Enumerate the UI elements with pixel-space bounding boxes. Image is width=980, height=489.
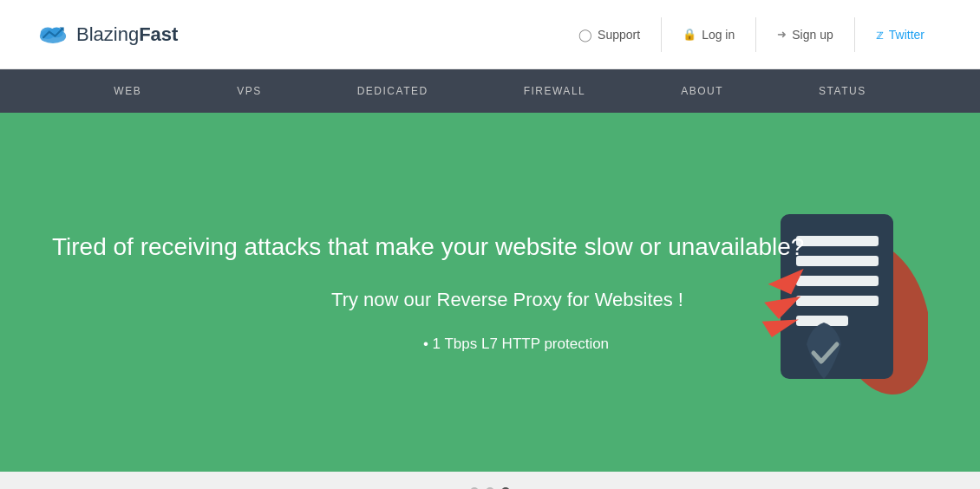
- support-icon: ◯: [578, 28, 592, 42]
- twitter-icon: 𝕫: [876, 27, 884, 42]
- nav-item-status[interactable]: STATUS: [771, 69, 914, 113]
- main-nav: WEB VPS DEDICATED FIREWALL ABOUT STATUS: [0, 69, 980, 113]
- support-link[interactable]: ◯ Support: [558, 17, 662, 52]
- logo-icon: [35, 21, 71, 49]
- support-label: Support: [598, 28, 640, 42]
- slide-indicators: [0, 472, 980, 489]
- nav-item-dedicated[interactable]: DEDICATED: [310, 69, 476, 113]
- nav-item-vps[interactable]: VPS: [189, 69, 310, 113]
- header: BlazingFast ◯ Support 🔒 Log in ➜ Sign up…: [0, 0, 980, 69]
- hero-section: Tired of receiving attacks that make you…: [0, 113, 980, 472]
- logo[interactable]: BlazingFast: [35, 21, 178, 49]
- nav-item-firewall[interactable]: FIREWALL: [476, 69, 634, 113]
- hero-bullet: • 1 Tbps L7 HTTP protection: [52, 336, 928, 353]
- twitter-label: Twitter: [889, 28, 924, 42]
- twitter-link[interactable]: 𝕫 Twitter: [855, 17, 945, 52]
- hero-headline: Tired of receiving attacks that make you…: [52, 231, 928, 263]
- person-icon: ➜: [777, 28, 787, 41]
- login-link[interactable]: 🔒 Log in: [662, 17, 756, 52]
- hero-content: Tired of receiving attacks that make you…: [52, 231, 928, 353]
- nav-item-web[interactable]: WEB: [66, 69, 189, 113]
- hero-subheadline: Try now our Reverse Proxy for Websites !: [52, 289, 928, 311]
- lock-icon: 🔒: [683, 28, 696, 41]
- nav-item-about[interactable]: ABOUT: [633, 69, 771, 113]
- signup-link[interactable]: ➜ Sign up: [756, 17, 854, 52]
- login-label: Log in: [702, 28, 735, 42]
- logo-label: BlazingFast: [76, 23, 178, 46]
- header-actions: ◯ Support 🔒 Log in ➜ Sign up 𝕫 Twitter: [558, 17, 945, 52]
- signup-label: Sign up: [792, 28, 833, 42]
